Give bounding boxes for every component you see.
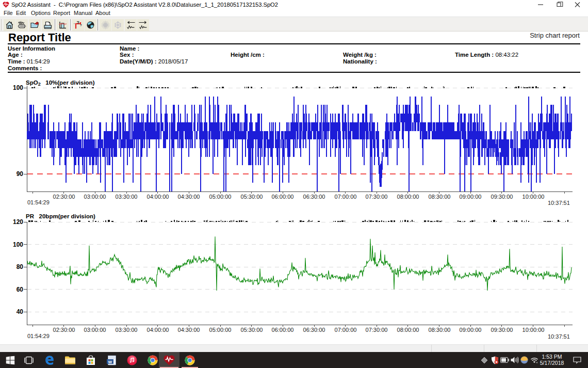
svg-text:W: W	[108, 359, 112, 364]
